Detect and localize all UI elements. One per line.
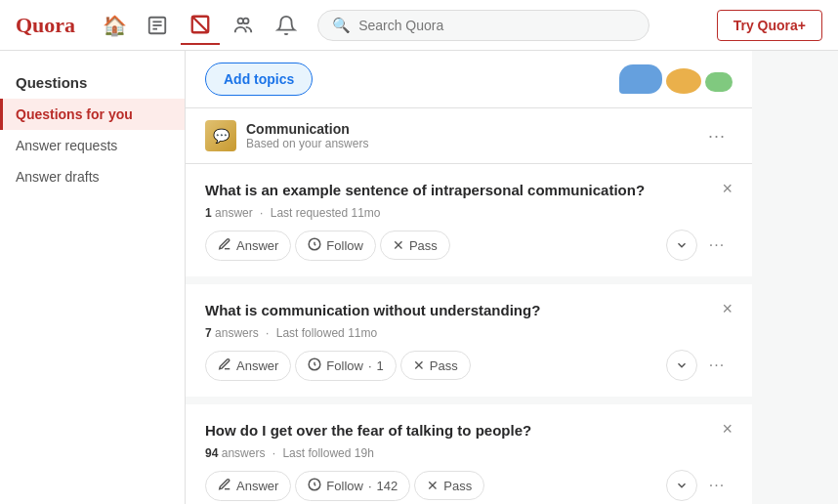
question-meta-2: 7 answers · Last followed 11mo bbox=[205, 326, 733, 340]
question-actions-1: Answer Follow ✕ Pass ··· bbox=[205, 230, 733, 261]
close-question-2[interactable]: × bbox=[722, 300, 733, 317]
section-subtitle: Based on your answers bbox=[246, 137, 368, 150]
sidebar-item-questions-for-you[interactable]: Questions for you bbox=[0, 99, 185, 130]
question-card-2: What is communication without understand… bbox=[186, 284, 752, 404]
follow-icon-2 bbox=[308, 357, 321, 374]
follow-icon-1 bbox=[308, 237, 321, 254]
question-card-1: What is an example sentence of intrapers… bbox=[186, 164, 752, 284]
nav-create-btn[interactable] bbox=[181, 6, 220, 45]
add-topics-banner: Add topics bbox=[186, 51, 752, 108]
bubble-3 bbox=[705, 72, 733, 92]
downvote-button-2[interactable] bbox=[666, 350, 697, 381]
sidebar-section-title: Questions bbox=[0, 66, 185, 99]
follow-button-3[interactable]: Follow · 142 bbox=[295, 471, 410, 501]
follow-icon-3 bbox=[308, 478, 321, 494]
question-meta-1: 1 answer · Last requested 11mo bbox=[205, 206, 733, 220]
header: Quora 🏠 🔍 Try Quora+ bbox=[0, 0, 838, 51]
bubble-2 bbox=[666, 68, 701, 94]
bubble-1 bbox=[619, 64, 662, 94]
follow-button-1[interactable]: Follow bbox=[295, 231, 376, 261]
question-meta-3: 94 answers · Last followed 19h bbox=[205, 446, 733, 460]
answer-button-2[interactable]: Answer bbox=[205, 351, 291, 381]
page-layout: Questions Questions for you Answer reque… bbox=[0, 51, 838, 504]
search-icon: 🔍 bbox=[332, 17, 351, 34]
try-quora-plus-button[interactable]: Try Quora+ bbox=[717, 10, 822, 41]
question-actions-2: Answer Follow · 1 ✕ Pass bbox=[205, 350, 733, 381]
close-question-3[interactable]: × bbox=[722, 420, 733, 438]
answer-icon-2 bbox=[218, 357, 231, 374]
answer-button-3[interactable]: Answer bbox=[205, 471, 291, 501]
logo[interactable]: Quora bbox=[16, 13, 75, 38]
close-question-1[interactable]: × bbox=[722, 180, 733, 197]
sidebar: Questions Questions for you Answer reque… bbox=[0, 51, 186, 504]
sidebar-item-answer-drafts[interactable]: Answer drafts bbox=[0, 161, 185, 192]
pass-icon-2: ✕ bbox=[413, 357, 425, 373]
pass-button-1[interactable]: ✕ Pass bbox=[380, 231, 450, 260]
answer-icon-1 bbox=[218, 237, 231, 254]
pass-icon-3: ✕ bbox=[427, 478, 439, 493]
nav-notifications-btn[interactable] bbox=[267, 6, 306, 45]
answer-button-1[interactable]: Answer bbox=[205, 231, 291, 261]
more-options-button-2[interactable]: ··· bbox=[701, 350, 733, 381]
question-card-3: How do I get over the fear of talking to… bbox=[186, 404, 752, 504]
pass-button-2[interactable]: ✕ Pass bbox=[400, 351, 471, 380]
question-text-1: What is an example sentence of intrapers… bbox=[205, 180, 722, 200]
add-topics-button[interactable]: Add topics bbox=[205, 63, 313, 96]
pass-icon-1: ✕ bbox=[393, 237, 404, 253]
follow-button-2[interactable]: Follow · 1 bbox=[295, 351, 396, 381]
downvote-button-1[interactable] bbox=[666, 230, 697, 261]
more-options-button-1[interactable]: ··· bbox=[701, 230, 733, 261]
section-title: Communication bbox=[246, 121, 368, 137]
sidebar-item-answer-requests[interactable]: Answer requests bbox=[0, 130, 185, 161]
section-header: 💬 Communication Based on your answers ··… bbox=[186, 108, 752, 164]
nav-answer-btn[interactable] bbox=[138, 6, 177, 45]
question-text-2: What is communication without understand… bbox=[205, 300, 722, 320]
search-bar: 🔍 bbox=[317, 10, 649, 41]
nav-bar: 🏠 bbox=[95, 6, 306, 45]
decorative-bubbles bbox=[619, 64, 733, 94]
topic-icon: 💬 bbox=[205, 120, 236, 151]
search-input[interactable] bbox=[358, 18, 635, 33]
svg-point-7 bbox=[243, 18, 249, 23]
svg-line-5 bbox=[192, 16, 209, 32]
nav-spaces-btn[interactable] bbox=[224, 6, 263, 45]
downvote-button-3[interactable] bbox=[666, 470, 697, 501]
pass-button-3[interactable]: ✕ Pass bbox=[414, 471, 484, 500]
more-options-button-3[interactable]: ··· bbox=[701, 470, 733, 501]
question-text-3: How do I get over the fear of talking to… bbox=[205, 420, 722, 441]
main-content: Add topics 💬 Communication Based on your… bbox=[186, 51, 752, 504]
nav-home-btn[interactable]: 🏠 bbox=[95, 6, 134, 45]
question-actions-3: Answer Follow · 142 ✕ Pass bbox=[205, 470, 733, 501]
answer-icon-3 bbox=[218, 478, 231, 494]
section-more-button[interactable]: ··· bbox=[701, 120, 733, 151]
